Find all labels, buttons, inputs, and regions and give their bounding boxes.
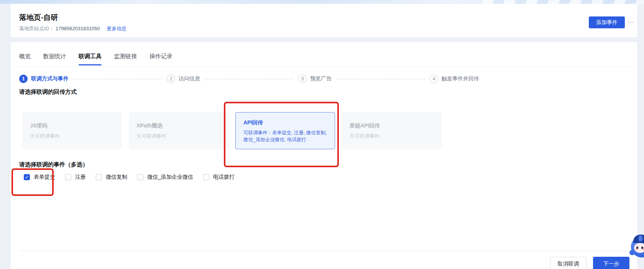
- tab-data-statistics[interactable]: 数据统计: [43, 53, 66, 65]
- tab-operation-log[interactable]: 操作记录: [150, 53, 172, 65]
- method-card-js-embed[interactable]: JS埋码 无可联调事件: [22, 112, 122, 149]
- checkbox-empty: [203, 174, 209, 180]
- add-event-button[interactable]: 添加事件: [589, 16, 625, 28]
- tab-bar: 概览 数据统计 联调工具 监测链接 操作记录: [11, 42, 637, 67]
- method-cards-row: JS埋码 无可联调事件 XPath圈选 无可联调事件 API回传 可联调事件：表…: [22, 112, 449, 149]
- tab-monitor-links[interactable]: 监测链接: [114, 53, 137, 65]
- checkbox-empty: [137, 174, 143, 180]
- step-connector: [336, 79, 425, 79]
- main-panel: 概览 数据统计 联调工具 监测链接 操作记录 1 联调方式与事件 2 访问信息 …: [11, 42, 637, 269]
- step-4-trigger-and-callback: 4 触发事件并回传: [430, 75, 479, 83]
- site-id-row: 落地页站点ID：1798562031831050 更多信息: [19, 25, 127, 32]
- checkbox-wechat-add-enterprise[interactable]: 微信_添加企业微信: [137, 174, 193, 181]
- next-step-button[interactable]: 下一步: [593, 257, 629, 269]
- checkbox-empty: [96, 174, 102, 180]
- page: { "header": { "title": "落地页-自研", "site_i…: [0, 0, 644, 269]
- step-connector: [205, 79, 294, 79]
- step-3-preview-ad: 3 预览广告: [298, 75, 332, 83]
- step-4-circle: 4: [430, 75, 438, 83]
- checkbox-register[interactable]: 注册: [65, 174, 86, 181]
- tab-debug-tool[interactable]: 联调工具: [79, 53, 102, 65]
- step-3-circle: 3: [298, 75, 307, 83]
- checkbox-phone-call[interactable]: 电话拨打: [203, 174, 235, 181]
- checkbox-wechat-copy[interactable]: 微信复制: [96, 174, 127, 181]
- cancel-debug-button[interactable]: 取消联调: [550, 257, 586, 269]
- event-section-title: 请选择联调的事件（多选）: [19, 161, 88, 168]
- method-card-starlink-api[interactable]: 星链API回传 无可联调事件: [342, 112, 442, 149]
- step-connector: [73, 79, 162, 79]
- background-streaks: [483, 0, 644, 4]
- tab-overview[interactable]: 概览: [19, 53, 31, 65]
- page-title: 落地页-自研: [19, 13, 58, 23]
- checkbox-checked-icon: ✓: [24, 174, 30, 180]
- more-menu-icon[interactable]: ···: [626, 20, 636, 26]
- method-section-title: 请选择联调的回传方式: [19, 88, 77, 96]
- step-1-method-and-event: 1 联调方式与事件: [19, 75, 69, 83]
- site-id-label: 落地页站点ID：: [19, 26, 54, 31]
- step-2-circle: 2: [167, 75, 175, 83]
- checkbox-form-submit[interactable]: ✓ 表单提交: [24, 174, 55, 181]
- wizard-stepper: 1 联调方式与事件 2 访问信息 3 预览广告 4 触发事件并回传: [19, 73, 479, 84]
- event-checkbox-row: ✓ 表单提交 注册 微信复制 微信_添加企业微信 电话拨打: [24, 174, 245, 181]
- step-1-circle: 1: [19, 75, 28, 83]
- method-card-api-callback[interactable]: API回传 可联调事件：表单提交, 注册, 微信复制, 微信_添加企业微信, 电…: [235, 112, 335, 149]
- method-card-xpath[interactable]: XPath圈选 无可联调事件: [129, 112, 228, 149]
- page-header: 落地页-自研 落地页站点ID：1798562031831050 更多信息 添加事…: [11, 4, 637, 37]
- step-2-visit-info: 2 访问信息: [167, 75, 200, 83]
- footer-divider: [19, 251, 633, 251]
- site-id-value: 1798562031831050: [56, 26, 100, 31]
- assistant-mascot-icon[interactable]: [631, 235, 644, 260]
- more-info-link[interactable]: 更多信息: [107, 26, 127, 31]
- checkbox-empty: [65, 174, 71, 180]
